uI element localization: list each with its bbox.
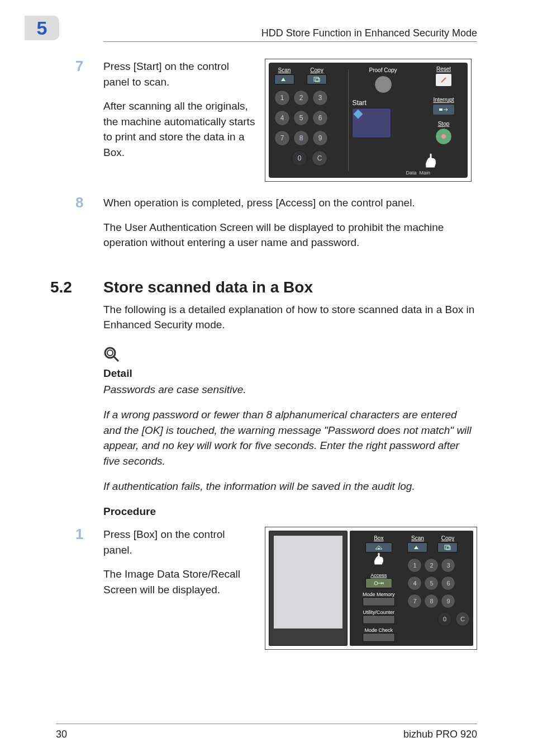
control-panel-illustration-start: Scan Copy [265,59,472,182]
svg-rect-8 [445,545,449,549]
scan-icon-2 [407,542,427,552]
step-number-7: 7 [75,59,103,73]
touch-screen [269,531,348,646]
procedure-heading: Procedure [103,505,477,518]
pointing-hand-icon [422,152,439,169]
page-number: 30 [56,729,67,740]
tab-copy-2: Copy [437,535,458,552]
diamond-icon [354,110,363,119]
svg-point-6 [378,548,379,550]
key2-2: 2 [424,558,439,573]
key-1: 1 [274,90,290,106]
key-7: 7 [274,130,290,146]
reset-label: Reset [436,66,451,72]
step1-line2: The Image Data Store/Recall Screen will … [103,566,256,597]
section-intro: The following is a detailed explanation … [103,302,477,333]
step-number-8: 8 [75,195,103,210]
access-button [365,578,392,588]
mode-memory-label: Mode Memory [363,592,395,597]
stop-block: Stop [424,121,463,145]
utility-counter-button [363,615,395,624]
key2-3: 3 [441,558,455,573]
detail-para-2: If a wrong password or fewer than 8 alph… [103,407,477,469]
interrupt-block: Interrupt [424,97,463,115]
step7-line1: Press [Start] on the control panel to sc… [103,59,256,89]
key2-4: 4 [407,576,422,590]
svg-point-7 [374,582,378,585]
key-0: 0 [292,150,307,166]
tab-copy-label: Copy [307,67,327,73]
key-9: 9 [312,130,328,146]
access-label: Access [365,573,392,578]
mode-memory-button [363,597,395,606]
mode-check-button [363,633,395,642]
tab-copy: Copy [307,67,327,84]
start-label: Start [352,99,413,107]
magnifier-icon [103,346,120,363]
section-number: 5.2 [50,278,103,296]
reset-button [435,73,452,87]
pointing-hand-icon [372,551,386,566]
stop-label: Stop [438,121,450,127]
access-block: Access [365,573,392,588]
key-8: 8 [293,130,309,146]
step-number-1: 1 [75,527,103,541]
key-5: 5 [293,110,309,126]
step8-line2: The User Authentication Screen will be d… [103,220,477,251]
start-button [352,108,391,138]
key-3: 3 [312,90,328,106]
tab-scan-label-2: Scan [407,535,427,541]
key2-6: 6 [441,576,455,590]
detail-para-1: Passwords are case sensitive. [103,382,477,398]
numeric-keypad: 1 2 3 4 5 6 7 8 9 [274,90,345,146]
key2-8: 8 [424,594,439,608]
utility-counter-block: Utility/Counter [363,609,395,624]
key-4: 4 [274,110,290,126]
scan-icon [274,74,294,84]
interrupt-button [432,104,455,115]
section-title: Store scanned data in a Box [103,278,313,296]
mode-memory-block: Mode Memory [363,592,395,606]
svg-point-5 [107,350,113,356]
step8-line1: When operation is completed, press [Acce… [103,195,477,211]
numeric-keypad-2: 1 2 3 4 5 6 7 8 9 [407,558,470,608]
step7-line2: After scanning all the originals, the ma… [103,98,256,160]
key2-1: 1 [407,558,422,573]
proof-copy-label: Proof Copy [352,67,413,73]
running-header: HDD Store Function in Enhanced Security … [261,27,477,39]
detail-para-3: If authentication fails, the information… [103,479,477,494]
header-rule: HDD Store Function in Enhanced Security … [103,41,477,42]
mode-check-label: Mode Check [363,627,395,633]
svg-rect-2 [439,108,442,111]
utility-counter-label: Utility/Counter [363,609,395,615]
svg-point-3 [441,134,446,139]
copy-icon-2 [437,542,458,552]
step1-line1: Press [Box] on the control panel. [103,527,256,557]
key-c: C [312,150,327,166]
data-indicator-label: Data Main [406,170,430,176]
tab-box: Box [354,535,403,552]
copy-icon [307,74,327,84]
chapter-badge: 5 [25,16,59,40]
key2-5: 5 [424,576,439,590]
interrupt-label: Interrupt [433,97,454,103]
key2-9: 9 [441,594,455,608]
key2-7: 7 [407,594,422,608]
svg-point-4 [105,348,115,358]
reset-block: Reset [424,66,463,87]
tab-copy-label-2: Copy [437,535,458,541]
svg-rect-0 [314,77,318,81]
control-panel-illustration-box: Box Access [265,527,477,650]
tab-box-label: Box [354,535,403,541]
product-name: bizhub PRO 920 [403,729,477,740]
proof-copy-button [374,75,392,93]
key-2: 2 [293,90,309,106]
tab-scan-2: Scan [407,535,427,552]
mode-check-block: Mode Check [363,627,395,642]
tab-scan-label: Scan [274,67,294,73]
detail-heading: Detail [103,367,477,380]
stop-button [435,128,452,145]
key2-c: C [455,612,470,626]
key2-0: 0 [437,612,452,626]
tab-scan: Scan [274,67,294,84]
